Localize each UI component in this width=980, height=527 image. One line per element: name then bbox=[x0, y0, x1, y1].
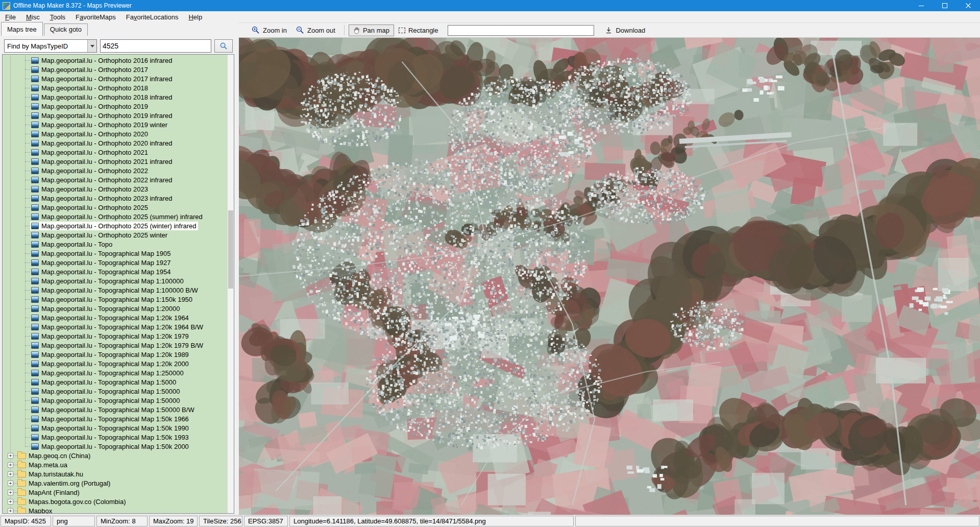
menu-favoritemaps[interactable]: FavoriteMaps bbox=[70, 12, 121, 22]
map-layer-icon bbox=[31, 416, 39, 422]
tree-item[interactable]: Map.geoportail.lu - Orthophoto 2016 infr… bbox=[3, 56, 228, 65]
menu-file[interactable]: File bbox=[0, 12, 21, 22]
tree-folder[interactable]: +Mapas.bogota.gov.co (Colombia) bbox=[3, 497, 228, 506]
tree-item[interactable]: Map.geoportail.lu - Topographical Map 19… bbox=[3, 258, 228, 267]
chevron-down-icon[interactable] bbox=[87, 40, 96, 52]
tree-item[interactable]: Map.geoportail.lu - Orthophoto 2017 bbox=[3, 65, 228, 74]
maps-id-input[interactable] bbox=[100, 39, 211, 53]
tab-quick-goto[interactable]: Quick goto bbox=[44, 23, 88, 36]
tree-item[interactable]: Map.geoportail.lu - Orthophoto 2022 bbox=[3, 166, 228, 175]
rectangle-button[interactable]: Rectangle bbox=[394, 25, 443, 36]
map-layer-icon bbox=[31, 259, 39, 266]
zoom-in-button[interactable]: Zoom in bbox=[247, 24, 291, 36]
map-canvas[interactable] bbox=[239, 38, 980, 515]
expand-icon[interactable]: + bbox=[8, 453, 13, 459]
map-view[interactable] bbox=[239, 38, 980, 515]
expand-icon[interactable]: + bbox=[8, 462, 13, 468]
tree-item[interactable]: Map.geoportail.lu - Orthophoto 2022 infr… bbox=[3, 175, 228, 184]
tree-folder[interactable]: +Map.meta.ua bbox=[3, 460, 228, 469]
tree-item[interactable]: Map.geoportail.lu - Topographical Map 1:… bbox=[3, 387, 228, 396]
toolbar-input[interactable] bbox=[448, 25, 594, 36]
expand-icon[interactable]: + bbox=[8, 499, 13, 505]
folder-icon bbox=[17, 508, 26, 514]
tree-folder[interactable]: +Map.turistautak.hu bbox=[3, 469, 228, 478]
tree-item[interactable]: Map.geoportail.lu - Topographical Map 1:… bbox=[3, 396, 228, 405]
tree-item[interactable]: Map.geoportail.lu - Topo bbox=[3, 239, 228, 249]
tree-folder-label: MapAnt (Finland) bbox=[29, 489, 80, 496]
tree-item[interactable]: Map.geoportail.lu - Topographical Map 19… bbox=[3, 249, 228, 258]
tree-item-label: Map.geoportail.lu - Orthophoto 2025 bbox=[41, 204, 148, 211]
close-button[interactable] bbox=[957, 0, 980, 11]
tree-scrollbar[interactable] bbox=[227, 55, 234, 513]
download-button[interactable]: Download bbox=[600, 25, 650, 36]
tree-item[interactable]: Map.geoportail.lu - Topographical Map 1:… bbox=[3, 313, 228, 322]
tree-item[interactable]: Map.geoportail.lu - Topographical Map 1:… bbox=[3, 359, 228, 368]
tree-connector bbox=[13, 483, 17, 484]
tree-item[interactable]: Map.geoportail.lu - Topographical Map 1:… bbox=[3, 442, 228, 451]
tree-item[interactable]: Map.geoportail.lu - Orthophoto 2019 bbox=[3, 102, 228, 111]
tree-item[interactable]: Map.geoportail.lu - Orthophoto 2021 infr… bbox=[3, 157, 228, 166]
tree-item[interactable]: Map.geoportail.lu - Topographical Map 1:… bbox=[3, 276, 228, 285]
tree-item[interactable]: Map.geoportail.lu - Orthophoto 2021 bbox=[3, 148, 228, 157]
tree-item[interactable]: Map.geoportail.lu - Orthophoto 2019 wint… bbox=[3, 120, 228, 129]
tree-item[interactable]: Map.geoportail.lu - Orthophoto 2023 infr… bbox=[3, 194, 228, 203]
find-mode-dropdown[interactable]: Find by MapsTypeID bbox=[4, 39, 97, 53]
tree-item-label: Map.geoportail.lu - Topographical Map 1:… bbox=[41, 378, 176, 386]
tree-item[interactable]: Map.geoportail.lu - Topographical Map 1:… bbox=[3, 341, 228, 350]
maximize-button[interactable] bbox=[933, 0, 957, 11]
tree-folder[interactable]: +Mapbox bbox=[3, 506, 228, 514]
expand-icon[interactable]: + bbox=[8, 481, 13, 486]
tree-connector bbox=[25, 244, 30, 245]
tree-item-label: Map.geoportail.lu - Orthophoto 2019 wint… bbox=[41, 121, 167, 129]
tree-item[interactable]: Map.geoportail.lu - Topographical Map 19… bbox=[3, 267, 228, 276]
tree-item[interactable]: Map.geoportail.lu - Topographical Map 1:… bbox=[3, 423, 228, 433]
zoom-in-icon bbox=[252, 26, 260, 34]
tree-item[interactable]: Map.geoportail.lu - Orthophoto 2020 infr… bbox=[3, 138, 228, 148]
tree-folder-label: Mapas.bogota.gov.co (Colombia) bbox=[29, 498, 126, 506]
tree-folder[interactable]: +MapAnt (Finland) bbox=[3, 488, 228, 497]
expand-icon[interactable]: + bbox=[8, 490, 13, 495]
tree-item[interactable]: Map.geoportail.lu - Topographical Map 1:… bbox=[3, 405, 228, 414]
tree-item[interactable]: Map.geoportail.lu - Topographical Map 1:… bbox=[3, 368, 228, 377]
tree-item-label: Map.geoportail.lu - Orthophoto 2016 infr… bbox=[41, 57, 173, 64]
zoom-out-button[interactable]: Zoom out bbox=[291, 24, 340, 36]
tree-item[interactable]: Map.geoportail.lu - Topographical Map 1:… bbox=[3, 350, 228, 359]
tree-connector bbox=[25, 446, 30, 447]
tree-scrollbar-thumb[interactable] bbox=[228, 210, 233, 289]
tree-item[interactable]: Map.geoportail.lu - Orthophoto 2025 bbox=[3, 203, 228, 212]
tree-item[interactable]: Map.geoportail.lu - Topographical Map 1:… bbox=[3, 304, 228, 313]
tree-item[interactable]: Map.geoportail.lu - Topographical Map 1:… bbox=[3, 331, 228, 341]
window-title: Offline Map Maker 8.372 - Maps Previewer bbox=[13, 2, 132, 9]
tree-item[interactable]: Map.geoportail.lu - Orthophoto 2020 bbox=[3, 129, 228, 138]
tree-item[interactable]: Map.geoportail.lu - Orthophoto 2025 (win… bbox=[3, 221, 228, 230]
menu-misc[interactable]: Misc bbox=[21, 12, 45, 22]
tree-item[interactable]: Map.geoportail.lu - Orthophoto 2018 infr… bbox=[3, 92, 228, 102]
tree-item[interactable]: Map.geoportail.lu - Orthophoto 2017 infr… bbox=[3, 74, 228, 83]
tree-connector bbox=[25, 152, 30, 153]
tree-item[interactable]: Map.geoportail.lu - Orthophoto 2023 bbox=[3, 184, 228, 194]
tree-item[interactable]: Map.geoportail.lu - Orthophoto 2019 infr… bbox=[3, 111, 228, 120]
menu-favoritelocations[interactable]: FavoriteLocations bbox=[121, 12, 184, 22]
tab-maps-tree[interactable]: Maps tree bbox=[1, 22, 43, 36]
pan-map-button[interactable]: Pan map bbox=[349, 25, 394, 36]
search-button[interactable] bbox=[214, 39, 233, 53]
tree-item[interactable]: Map.geoportail.lu - Orthophoto 2025 wint… bbox=[3, 230, 228, 239]
tree-connector bbox=[25, 180, 30, 180]
tree-item[interactable]: Map.geoportail.lu - Orthophoto 2018 bbox=[3, 83, 228, 92]
folder-icon bbox=[17, 490, 26, 496]
tree-folder[interactable]: +Map.valentim.org (Portugal) bbox=[3, 478, 228, 488]
menu-tools[interactable]: Tools bbox=[45, 12, 70, 22]
tree-folder[interactable]: +Map.geoq.cn (China) bbox=[3, 451, 228, 460]
expand-icon[interactable]: + bbox=[8, 471, 13, 477]
tree-item[interactable]: Map.geoportail.lu - Topographical Map 1:… bbox=[3, 377, 228, 387]
tree-item[interactable]: Map.geoportail.lu - Topographical Map 1:… bbox=[3, 414, 228, 423]
menu-help[interactable]: Help bbox=[183, 12, 207, 22]
expand-icon[interactable]: + bbox=[8, 508, 13, 514]
tree-item[interactable]: Map.geoportail.lu - Orthophoto 2025 (sum… bbox=[3, 212, 228, 221]
minimize-button[interactable] bbox=[910, 0, 933, 11]
tree-item[interactable]: Map.geoportail.lu - Topographical Map 1:… bbox=[3, 322, 228, 331]
tree-item[interactable]: Map.geoportail.lu - Topographical Map 1:… bbox=[3, 295, 228, 304]
tree-item[interactable]: Map.geoportail.lu - Topographical Map 1:… bbox=[3, 433, 228, 442]
tree-item[interactable]: Map.geoportail.lu - Topographical Map 1:… bbox=[3, 285, 228, 295]
tree-item-label: Map.geoportail.lu - Topo bbox=[41, 241, 112, 248]
